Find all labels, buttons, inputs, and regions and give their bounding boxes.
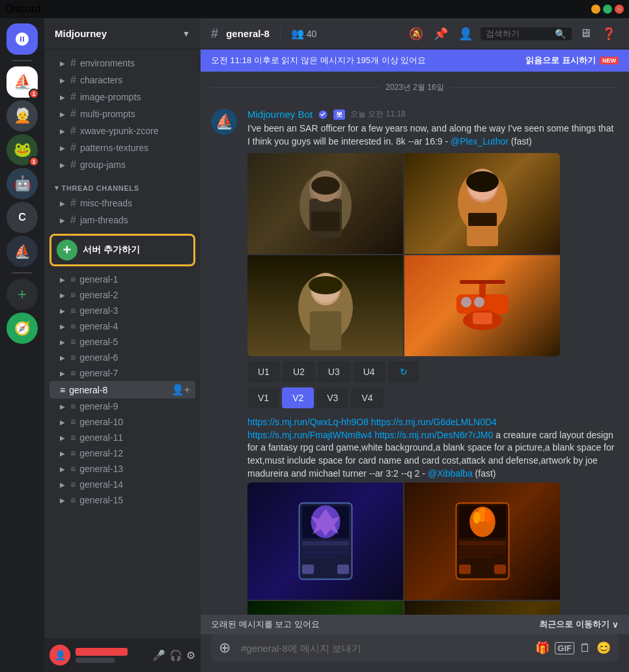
app-title: Discord — [5, 3, 40, 15]
server-icon-1[interactable]: 🧑‍🦳 — [7, 100, 38, 132]
channel-item-general-6[interactable]: ▶ ≡ general-6 — [49, 350, 195, 365]
add-member-icon[interactable]: 👤+ — [171, 384, 190, 396]
channel-item-general-10[interactable]: ▶ ≡ general-10 — [49, 414, 195, 430]
server-icon-explore[interactable]: 🧭 — [7, 313, 38, 344]
channel-name: general-9 — [79, 401, 118, 412]
add-server-label: 서버 추가하기 — [83, 244, 140, 256]
channel-item-multi-prompts[interactable]: ▶ # multi-prompts — [49, 105, 195, 122]
search-input[interactable] — [486, 29, 551, 38]
notification-bar: 오전 11:18 이후로 읽지 않은 메시지가 195개 이상 있어요 읽음으로… — [201, 49, 629, 72]
sticker-icon[interactable]: 🗒 — [580, 641, 591, 655]
refresh-button[interactable]: ↻ — [388, 361, 419, 382]
maximize-button[interactable]: □ — [603, 5, 612, 14]
server-name-header[interactable]: Midjourney ▼ — [44, 18, 201, 49]
headphone-icon[interactable]: 🎧 — [169, 649, 182, 662]
add-attachment-button[interactable]: ⊕ — [216, 634, 233, 662]
svg-point-5 — [311, 176, 340, 195]
minimize-button[interactable]: — — [591, 5, 600, 14]
channel-item-environments[interactable]: ▶ # environments — [49, 55, 195, 72]
server-icon-2[interactable]: 🐸 1 — [7, 134, 38, 165]
link-2[interactable]: https://s.mj.run/G6deLMLN0D4 — [371, 417, 497, 427]
link-1[interactable]: https://s.mj.run/QwxLq-hh9O8 — [247, 417, 369, 427]
link-4[interactable]: https://s.mj.run/DesN6r7rJM0 — [374, 430, 493, 440]
channel-item-image-prompts[interactable]: ▶ # image-prompts — [49, 89, 195, 105]
svg-point-39 — [484, 510, 492, 523]
mic-icon[interactable]: 🎤 — [152, 649, 165, 662]
user-panel: 👤 🎤 🎧 ⚙ — [44, 638, 201, 672]
arrow-icon: ▶ — [60, 497, 65, 504]
add-server-panel[interactable]: + 서버 추가하기 — [49, 234, 195, 266]
hash-icon: # — [70, 108, 76, 120]
u4-button[interactable]: U4 — [353, 361, 385, 382]
channel-item-general-1[interactable]: ▶ ≡ general-1 — [49, 272, 195, 287]
v3-button[interactable]: V3 — [316, 387, 348, 408]
channel-item-general-15[interactable]: ▶ ≡ general-15 — [49, 492, 195, 508]
inbox-icon[interactable]: 🖥 — [577, 24, 594, 43]
channel-item-characters[interactable]: ▶ # characters — [49, 72, 195, 89]
channel-item-general-3[interactable]: ▶ ≡ general-3 — [49, 303, 195, 318]
user-status-placeholder — [76, 658, 115, 663]
members-panel-icon[interactable]: 👤 — [456, 24, 475, 44]
channel-item-patterns[interactable]: ▶ # patterns-textures — [49, 139, 195, 156]
server-icon-c[interactable]: C — [7, 202, 38, 233]
channel-item-jam-threads[interactable]: ▶ # jam-threads — [49, 212, 195, 229]
v2-button[interactable]: V2 — [282, 387, 314, 408]
server-icon-boat[interactable]: ⛵ — [7, 236, 38, 267]
settings-icon[interactable]: ⚙ — [186, 649, 195, 662]
arrow-icon: ▶ — [60, 94, 65, 101]
server-icon-midjourney[interactable]: ⛵ 1 — [7, 66, 38, 98]
help-icon[interactable]: ❓ — [599, 24, 619, 44]
channel-item-general-14[interactable]: ▶ ≡ general-14 — [49, 477, 195, 492]
date-label: 2023년 2월 16일 — [385, 82, 443, 93]
message-links: https://s.mj.run/QwxLq-hh9O8 https://s.m… — [247, 416, 619, 480]
gift-icon[interactable]: 🎁 — [535, 641, 550, 655]
mark-read-button[interactable]: 읽음으로 표시하기 — [525, 55, 596, 66]
add-server-button[interactable]: + — [7, 279, 38, 310]
channel-item-general-2[interactable]: ▶ ≡ general-2 — [49, 287, 195, 303]
u2-button[interactable]: U2 — [283, 361, 315, 382]
u3-button[interactable]: U3 — [318, 361, 350, 382]
arrow-icon: ▶ — [60, 200, 65, 207]
u1-button[interactable]: U1 — [247, 361, 280, 382]
server-icon-3[interactable]: 🤖 — [7, 168, 38, 199]
close-button[interactable]: ✕ — [615, 5, 624, 14]
server-sidebar: ⛵ 1 🧑‍🦳 🐸 1 🤖 C ⛵ + 🧭 — [0, 18, 44, 672]
gif-icon[interactable]: GIF — [555, 642, 574, 654]
channel-item-misc-threads[interactable]: ▶ # misc-threads — [49, 195, 195, 212]
verified-icon — [318, 109, 328, 120]
link-3[interactable]: https://s.mj.run/FmajtWNm8w4 — [247, 430, 372, 440]
arrow-icon: ▶ — [60, 434, 65, 441]
hash-icon: # — [70, 91, 76, 103]
v4-button[interactable]: V4 — [351, 387, 383, 408]
v1-button[interactable]: V1 — [247, 387, 279, 408]
badge-2: 1 — [29, 156, 39, 167]
app-layout: ⛵ 1 🧑‍🦳 🐸 1 🤖 C ⛵ + 🧭 Midjourney ▼ — [0, 18, 629, 672]
svg-point-23 — [474, 297, 484, 307]
arrow-icon: ▶ — [60, 419, 65, 426]
channel-item-general-7[interactable]: ▶ ≡ general-7 — [49, 365, 195, 381]
header-chevron-icon: ▼ — [182, 29, 190, 38]
channel-item-group-jams[interactable]: ▶ # group-jams — [49, 156, 195, 173]
channel-item-general-8[interactable]: ≡ general-8 👤+ — [49, 381, 195, 399]
channel-item-general-13[interactable]: ▶ ≡ general-13 — [49, 461, 195, 477]
channel-item-xwave[interactable]: ▶ # xwave-ypunk-zcore — [49, 122, 195, 139]
channel-item-general-5[interactable]: ▶ ≡ general-5 — [49, 334, 195, 350]
arrow-icon: ▶ — [60, 111, 65, 118]
pin-icon[interactable]: 📌 — [431, 24, 451, 44]
server-icon-discord-home[interactable] — [7, 23, 38, 55]
add-server-plus-icon: + — [57, 240, 77, 260]
channel-item-general-12[interactable]: ▶ ≡ general-12 — [49, 445, 195, 461]
thread-channels-section[interactable]: ▾ THREAD CHANNELS — [44, 173, 201, 195]
channel-item-general-9[interactable]: ▶ ≡ general-9 — [49, 399, 195, 414]
jump-to-recent-button[interactable]: 최근으로 이동하기 ∨ — [539, 619, 619, 630]
svg-point-38 — [473, 512, 480, 524]
channel-item-general-4[interactable]: ▶ ≡ general-4 — [49, 318, 195, 334]
emoji-icon[interactable]: 😊 — [596, 641, 611, 655]
svg-rect-31 — [302, 555, 337, 559]
search-box[interactable]: 🔍 — [481, 27, 572, 40]
hash-icon: ≡ — [70, 464, 76, 474]
hash-icon: # — [70, 197, 76, 209]
channel-item-general-11[interactable]: ▶ ≡ general-11 — [49, 430, 195, 445]
message-text-input[interactable] — [238, 636, 527, 661]
bell-slash-icon[interactable]: 🔕 — [406, 24, 426, 44]
